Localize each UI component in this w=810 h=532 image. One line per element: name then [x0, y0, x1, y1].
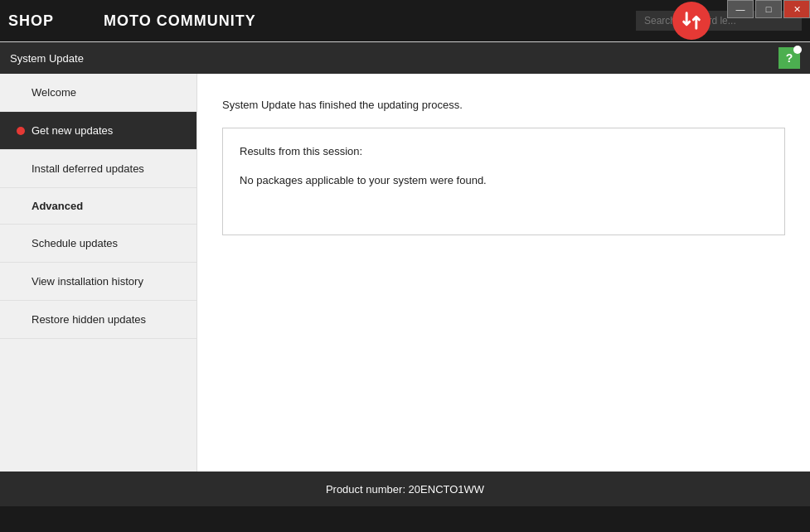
bottom-bar: Product number: 20ENCTO1WW — [0, 472, 810, 506]
dot-schedule-updates — [17, 239, 25, 248]
sidebar-item-get-new-updates[interactable]: Get new updates — [0, 112, 196, 150]
sidebar-label-get-new-updates: Get new updates — [32, 124, 113, 137]
sidebar: Welcome Get new updates Install deferred… — [0, 74, 197, 472]
status-text: System Update has finished the updating … — [222, 99, 785, 111]
results-box: Results from this session: No packages a… — [222, 128, 785, 235]
help-icon: ? — [786, 51, 793, 65]
update-icon[interactable] — [672, 2, 711, 40]
help-badge — [793, 46, 802, 54]
sidebar-item-advanced: Advanced — [0, 188, 196, 225]
sidebar-item-view-history[interactable]: View installation history — [0, 263, 196, 301]
arrows-icon — [680, 9, 703, 32]
sidebar-label-welcome: Welcome — [32, 86, 76, 99]
results-label: Results from this session: — [240, 145, 768, 157]
results-text: No packages applicable to your system we… — [240, 174, 768, 186]
dot-install-deferred — [17, 165, 25, 173]
app-window: System Update ? Welcome Get new updates … — [0, 41, 810, 505]
top-bar-left: SHOP MOTO COMMUNITY — [8, 12, 256, 30]
sidebar-label-advanced: Advanced — [32, 200, 83, 212]
sidebar-label-view-history: View installation history — [32, 275, 143, 288]
window-title: System Update — [10, 52, 84, 65]
dot-restore-hidden — [17, 316, 25, 324]
maximize-button[interactable]: □ — [755, 0, 782, 18]
dot-welcome — [17, 89, 25, 97]
dot-get-new-updates — [17, 127, 25, 135]
brand-label: SHOP — [8, 12, 54, 30]
dot-advanced — [17, 202, 25, 210]
sidebar-label-schedule-updates: Schedule updates — [32, 237, 118, 249]
content-area: System Update has finished the updating … — [197, 74, 810, 472]
sidebar-item-welcome[interactable]: Welcome — [0, 74, 196, 112]
title-bar: System Update ? — [0, 42, 810, 74]
sidebar-item-restore-hidden[interactable]: Restore hidden updates — [0, 301, 196, 339]
minimize-button[interactable]: — — [727, 0, 754, 18]
window-controls: — □ ✕ — [727, 0, 810, 25]
top-bar: SHOP MOTO COMMUNITY — □ ✕ — [0, 0, 810, 41]
product-number: Product number: 20ENCTO1WW — [326, 483, 484, 496]
dot-view-history — [17, 278, 25, 286]
sidebar-label-restore-hidden: Restore hidden updates — [32, 313, 146, 326]
sidebar-label-install-deferred: Install deferred updates — [32, 162, 144, 175]
help-button[interactable]: ? — [778, 47, 800, 69]
sidebar-item-schedule-updates[interactable]: Schedule updates — [0, 225, 196, 263]
sidebar-item-install-deferred[interactable]: Install deferred updates — [0, 150, 196, 188]
close-button[interactable]: ✕ — [783, 0, 810, 18]
main-layout: Welcome Get new updates Install deferred… — [0, 74, 810, 472]
community-label: MOTO COMMUNITY — [104, 12, 256, 30]
